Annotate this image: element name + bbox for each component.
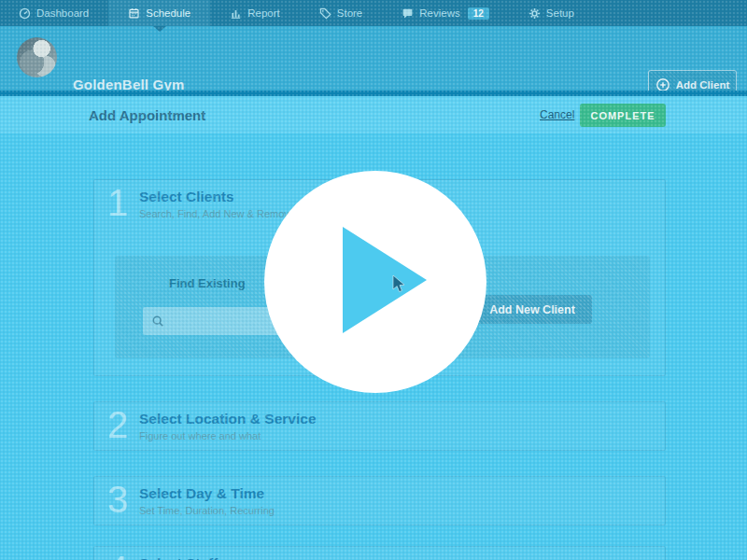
bar-chart-icon [230, 7, 242, 20]
step-title: Select Staff [139, 555, 218, 560]
step-title: Select Location & Service [139, 411, 317, 427]
video-play-button[interactable] [264, 171, 486, 393]
business-header: GoldenBell Gym Add Client [0, 26, 747, 91]
top-nav: Dashboard Schedule Report Store [0, 0, 747, 26]
dashboard-icon [19, 7, 31, 20]
step-title: Select Clients [139, 189, 234, 205]
complete-button[interactable]: COMPLETE [580, 104, 666, 127]
find-existing-label: Find Existing [169, 276, 246, 290]
business-avatar[interactable] [17, 37, 57, 77]
active-tab-caret [153, 26, 166, 32]
step-number: 3 [107, 481, 128, 518]
nav-label: Reviews [419, 7, 459, 19]
step-title: Select Day & Time [139, 485, 264, 502]
step-subtitle: Figure out where and what [139, 430, 261, 441]
page-title: Add Appointment [89, 107, 205, 123]
nav-label: Store [337, 7, 363, 19]
step-number: 4 [107, 551, 128, 560]
nav-item-setup[interactable]: Setup [509, 0, 594, 26]
reviews-count-badge: 12 [468, 7, 489, 20]
speech-bubble-icon [402, 7, 414, 20]
appointment-toolbar: Add Appointment Cancel COMPLETE [0, 96, 747, 133]
step-number: 2 [107, 406, 128, 443]
step-panel-select-staff: 4 Select Staff [93, 546, 666, 560]
nav-label: Setup [546, 7, 574, 19]
gear-icon [529, 7, 541, 20]
nav-item-reviews[interactable]: Reviews 12 [382, 0, 509, 26]
calendar-icon [128, 7, 140, 20]
nav-item-store[interactable]: Store [300, 0, 383, 26]
nav-item-schedule[interactable]: Schedule [108, 0, 210, 26]
nav-item-report[interactable]: Report [210, 0, 300, 26]
step-panel-location-service: 2 Select Location & Service Figure out w… [93, 401, 666, 451]
tag-icon [319, 7, 331, 20]
step-subtitle: Search, Find, Add New & Remove [139, 208, 295, 219]
step-number: 1 [107, 184, 128, 221]
add-new-client-button[interactable]: Add New Client [472, 295, 592, 324]
search-icon [151, 315, 164, 328]
step-panel-day-time: 3 Select Day & Time Set Time, Duration, … [93, 476, 666, 525]
business-name: GoldenBell Gym [73, 77, 185, 92]
play-icon [343, 227, 427, 333]
nav-label: Report [247, 7, 280, 19]
nav-item-dashboard[interactable]: Dashboard [0, 0, 108, 26]
nav-label: Schedule [146, 7, 190, 19]
video-frame: Dashboard Schedule Report Store [0, 0, 747, 560]
nav-label: Dashboard [36, 7, 89, 19]
cancel-link[interactable]: Cancel [540, 108, 574, 121]
step-subtitle: Set Time, Duration, Recurring [139, 505, 275, 516]
add-client-label: Add Client [676, 79, 730, 91]
